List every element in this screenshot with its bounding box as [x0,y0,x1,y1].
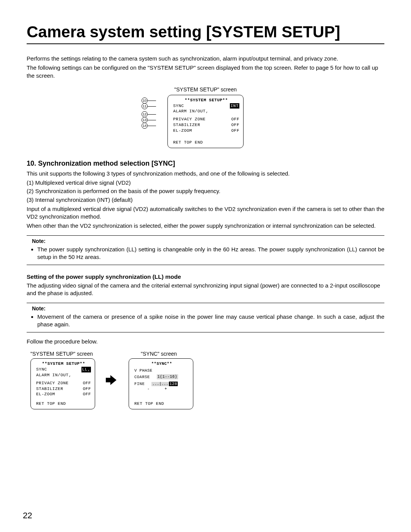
osd3-coarse-label: COARSE [134,374,150,380]
callout-13: 13 [142,117,148,123]
osd1-row-sync-label: SYNC [173,103,184,109]
figure1-label: "SYSTEM SETUP" screen [156,86,255,93]
intro-p2: The following settings can be configured… [27,64,384,80]
osd2-row-elzoom-label: EL-ZOOM [36,391,55,397]
intro-p1: Performs the settings relating to the ca… [27,55,384,62]
osd-system-setup-2: **SYSTEM SETUP** SYNCLL‚ ALARM IN/OUT‚ P… [30,358,95,409]
callout-10: 10 [142,97,148,104]
osd3-sign-row: - + [147,387,189,392]
note1-text: The power supply synchronization (LL) se… [37,246,384,261]
note2-label: Note: [32,305,384,312]
section10-item3: (3) Internal synchronization (INT) (defa… [27,196,384,204]
osd3-vphase: V PHASE [134,368,189,373]
callout-11: 11 [142,103,148,109]
subsection-ll-heading: Setting of the power supply synchronizat… [27,273,384,280]
osd3-title: **SYNC** [134,361,189,366]
note1-label: Note: [32,238,384,244]
section-10-body: This unit supports the following 3 types… [27,170,384,230]
osd2-row-stabilizer-label: STABILIZER [36,386,63,392]
note-1: Note: The power supply synchronization (… [27,235,384,265]
osd2-row-privacy-val: OFF [83,380,91,386]
osd1-row-privacy-label: PRIVACY ZONE [173,117,206,122]
osd3-footer: RET TOP END [134,401,189,407]
osd1-footer: RET TOP END [173,140,239,145]
osd2-row-stabilizer-val: OFF [83,386,91,392]
page-number: 22 [23,511,32,521]
osd-system-setup-1: **SYSTEM SETUP** SYNCINT ALARM IN/OUT‚ P… [167,95,244,148]
figure-system-setup: "SYSTEM SETUP" screen 10 11 12 13 14 **S… [27,86,384,148]
title-rule [27,43,384,44]
osd3-fine-scale: ...|... [151,382,169,386]
page-title: Camera system setting [SYSTEM SETUP] [27,23,384,41]
osd3-fine-num: 128 [169,382,177,386]
osd2-row-sync-val: LL‚ [81,367,91,372]
osd3-coarse-val: 1(1--16) [157,374,178,380]
arrow-right-icon [106,375,118,385]
osd2-title: **SYSTEM SETUP** [36,361,91,367]
osd1-row-elzoom-val: OFF [231,128,239,134]
note-2: Note: Movement of the camera or presence… [27,303,384,333]
sub-p1: The adjusting video signal of the camera… [27,282,384,297]
osd-sync: **SYNC** V PHASE COARSE 1(1--16) FINE ..… [129,358,193,409]
figure2-left-label: "SYSTEM SETUP" screen [30,351,95,357]
osd1-row-stabilizer-label: STABILIZER [173,122,200,128]
section10-item2: (2) Synchronization is performed on the … [27,187,384,195]
osd3-fine-label: FINE [134,381,145,387]
section10-p3: When other than the VD2 synchronization … [27,222,384,230]
section10-p2: Input of a multiplexed vertical drive si… [27,205,384,221]
section10-p1: This unit supports the following 3 types… [27,170,384,177]
callout-14: 14 [142,123,148,129]
intro-block: Performs the settings relating to the ca… [27,55,384,80]
osd1-title: **SYSTEM SETUP** [173,97,239,103]
osd2-footer: RET TOP END [36,401,91,407]
osd1-row-alarm-label: ALARM IN/OUT‚ [173,109,208,114]
subsection-ll-body: The adjusting video signal of the camera… [27,282,384,297]
note2-text: Movement of the camera or presence of a … [37,313,384,329]
section10-item1: (1) Multiplexed vertical drive signal (V… [27,179,384,187]
osd2-row-privacy-label: PRIVACY ZONE [36,380,68,386]
section-10-heading: 10. Synchronization method selection [SY… [27,160,384,168]
osd1-row-sync-val: INT [230,103,239,109]
figure2-right-label: "SYNC" screen [141,351,193,357]
figure1-callouts: 10 11 12 13 14 [142,98,156,129]
osd2-row-alarm-label: ALARM IN/OUT‚ [36,372,71,378]
follow-line: Follow the procedure below. [27,338,384,345]
callout-12: 12 [142,111,148,117]
osd1-row-privacy-val: OFF [231,117,239,122]
osd2-row-sync-label: SYNC [36,367,47,372]
follow-text: Follow the procedure below. [27,338,384,345]
osd1-row-stabilizer-val: OFF [231,122,239,128]
osd1-row-elzoom-label: EL-ZOOM [173,128,192,134]
osd2-row-elzoom-val: OFF [83,391,91,397]
figure-ll-flow: "SYSTEM SETUP" screen **SYSTEM SETUP** S… [30,351,384,409]
